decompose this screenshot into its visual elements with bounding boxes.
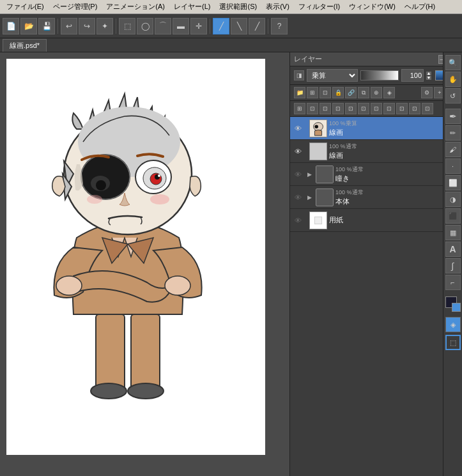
- layer-5-visibility-btn[interactable]: 👁: [293, 215, 303, 226]
- fill-shape-btn[interactable]: ▬: [173, 18, 189, 35]
- layer-5-name: 用紙: [329, 215, 459, 225]
- transform-tool-btn[interactable]: ⌐: [445, 275, 461, 290]
- rotate-tool-btn[interactable]: ↺: [445, 88, 461, 104]
- layer-bookmark-btn[interactable]: ⊡: [320, 103, 331, 114]
- dot-tool-btn[interactable]: ·: [445, 158, 461, 174]
- menu-page[interactable]: ページ管理(P): [49, 1, 102, 13]
- menu-animation[interactable]: アニメーション(A): [102, 1, 169, 13]
- select-ellipse-btn[interactable]: ◯: [137, 18, 153, 35]
- layer-5-info: 用紙: [329, 215, 459, 225]
- opacity-up-btn[interactable]: ▲: [426, 72, 431, 75]
- layer-5-thumbnail: [309, 211, 327, 229]
- select-rect-btn[interactable]: ⬚: [119, 18, 135, 35]
- svg-point-17: [158, 174, 160, 177]
- fill-tool-btn[interactable]: ⬛: [445, 208, 461, 224]
- menu-window[interactable]: ウィンドウ(W): [345, 1, 399, 13]
- layer-tools-row1: 📁 ⊞ ⊡ 🔒 🔗 ⧉ ⊕ ◈ ⚙ + 🗑: [290, 85, 462, 101]
- layer-row[interactable]: 👁 用紙: [290, 209, 462, 232]
- menu-layer[interactable]: レイヤー(L): [170, 1, 214, 13]
- layer-panel-header: レイヤー — ×: [290, 52, 462, 66]
- layer-link-btn[interactable]: 🔗: [345, 87, 357, 98]
- lasso-btn[interactable]: ⌒: [155, 18, 171, 35]
- layer-2-info: 100 %通常 線画: [329, 142, 459, 160]
- pen-tool-btn[interactable]: ╱: [213, 18, 229, 35]
- layer-new-folder-btn[interactable]: 📁: [294, 87, 305, 98]
- move-btn[interactable]: ✛: [190, 18, 207, 35]
- eraser-tool-btn[interactable]: ⬜: [445, 175, 461, 190]
- layers-list[interactable]: 👁 100 %乗算 線画 👁: [290, 117, 462, 476]
- layer-4-expand-btn[interactable]: ▶: [305, 193, 314, 202]
- layer-search-btn[interactable]: ⊡: [307, 103, 318, 114]
- text-tool-btn[interactable]: A: [445, 242, 461, 257]
- sep3: [210, 19, 210, 34]
- layer-ref-btn[interactable]: ⊕: [371, 87, 382, 98]
- layer-panel: レイヤー — × ◨ 乗算 通常 スクリーン オーバーレイ ▲ ▼: [289, 52, 462, 476]
- secondary-color-swatch[interactable]: [452, 303, 461, 312]
- eyedropper-btn[interactable]: ⬚: [445, 335, 461, 350]
- redo-btn[interactable]: ↪: [79, 18, 95, 35]
- pen3-btn[interactable]: ╱: [249, 18, 265, 35]
- layer-lock-btn[interactable]: 🔒: [332, 87, 344, 98]
- color-swatches: [445, 296, 461, 312]
- pen2-btn[interactable]: ╲: [231, 18, 247, 35]
- layer-mask-btn[interactable]: ◈: [383, 87, 395, 98]
- layer-copy-btn[interactable]: ⊡: [332, 103, 344, 114]
- layer-merge-btn[interactable]: ⊡: [320, 87, 331, 98]
- layer-composite-btn[interactable]: ⊡: [396, 103, 408, 114]
- sparkle-btn[interactable]: ✦: [96, 18, 113, 35]
- layer-2-visibility-btn[interactable]: 👁: [293, 146, 303, 157]
- layer-color-btn[interactable]: ⊡: [371, 103, 382, 114]
- layer-4-name: 本体: [335, 197, 459, 206]
- layer-1-visibility-btn[interactable]: 👁: [293, 123, 303, 134]
- opacity-down-btn[interactable]: ▼: [426, 76, 431, 80]
- opacity-input[interactable]: [401, 69, 424, 82]
- shape-tool-btn[interactable]: ∫: [445, 258, 461, 273]
- undo-btn[interactable]: ↩: [61, 18, 77, 35]
- pencil-tool-btn[interactable]: ✏: [445, 125, 461, 141]
- layer-trash-btn[interactable]: ⊡: [422, 103, 433, 114]
- zoom-tool-btn[interactable]: 🔍: [445, 55, 461, 70]
- canvas-area[interactable]: [0, 52, 289, 476]
- menu-selection[interactable]: 選択範囲(S): [215, 1, 261, 13]
- toolbar: 📄 📂 💾 ↩ ↪ ✦ ⬚ ◯ ⌒ ▬ ✛ ╱ ╲ ╱ ?: [0, 14, 462, 38]
- color-picker-btn[interactable]: ◈: [445, 317, 461, 332]
- layer-2-name: 線画: [329, 151, 459, 160]
- sep4: [268, 19, 268, 34]
- layer-settings-btn[interactable]: ⚙: [421, 87, 433, 98]
- layer-3-expand-btn[interactable]: ▶: [305, 170, 314, 179]
- layer-menu-btn[interactable]: ⊡: [409, 103, 420, 114]
- blend-mode-select[interactable]: 乗算 通常 スクリーン オーバーレイ: [307, 69, 358, 82]
- menu-filter[interactable]: フィルター(I): [295, 1, 344, 13]
- layer-blend2-btn[interactable]: ⊡: [383, 103, 395, 114]
- tab-file[interactable]: 線画.psd*: [3, 39, 47, 52]
- menu-view[interactable]: 表示(V): [262, 1, 293, 13]
- gradient-tool-btn[interactable]: ▦: [445, 225, 461, 240]
- character-illustration: [19, 65, 243, 436]
- layer-row[interactable]: 👁 ▶ 100 %通常 瞳き: [290, 163, 462, 186]
- new-btn[interactable]: 📄: [3, 18, 19, 35]
- blend-icon-left[interactable]: ◨: [294, 70, 304, 81]
- layer-1-name: 線画: [329, 128, 459, 137]
- help-btn[interactable]: ?: [271, 18, 288, 35]
- layer-expand-all-btn[interactable]: ⊞: [294, 103, 305, 114]
- layer-1-info: 100 %乗算 線画: [329, 119, 459, 137]
- open-btn[interactable]: 📂: [20, 18, 37, 35]
- layer-4-visibility-btn[interactable]: 👁: [293, 192, 303, 203]
- layer-row[interactable]: 👁 100 %乗算 線画: [290, 117, 462, 140]
- pen-tool-btn[interactable]: ✒: [445, 109, 461, 124]
- layer-clip-btn[interactable]: ⧉: [358, 87, 369, 98]
- layer-row[interactable]: 👁 100 %通常 線画: [290, 140, 462, 163]
- layer-filter-btn[interactable]: ⊞: [307, 87, 318, 98]
- menu-file[interactable]: ファイル(E): [3, 1, 48, 13]
- save-btn[interactable]: 💾: [38, 18, 55, 35]
- menu-help[interactable]: ヘルプ(H): [401, 1, 439, 13]
- layer-panel-title: レイヤー: [294, 54, 322, 64]
- layer-3-info: 100 %通常 瞳き: [335, 165, 459, 183]
- layer-paste-btn[interactable]: ⊡: [345, 103, 357, 114]
- hand-tool-btn[interactable]: ✋: [445, 72, 461, 87]
- layer-row[interactable]: 👁 ▶ 100 %通常 本体: [290, 186, 462, 209]
- blend-tool-btn[interactable]: ◑: [445, 192, 461, 207]
- layer-history-btn[interactable]: ⊡: [358, 103, 369, 114]
- layer-3-visibility-btn[interactable]: 👁: [293, 169, 303, 180]
- brush-tool-btn[interactable]: 🖌: [445, 142, 461, 157]
